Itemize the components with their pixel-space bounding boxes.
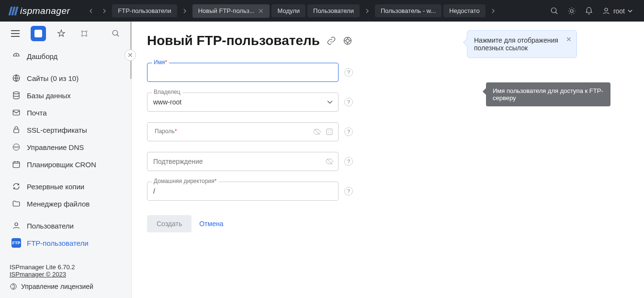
owner-help-button[interactable]: ? xyxy=(344,98,353,106)
sidebar-item-cron[interactable]: Планировщик CRON xyxy=(0,156,131,173)
sidebar-item-label: Управление DNS xyxy=(27,143,84,151)
name-label: Имя* xyxy=(152,59,169,66)
dns-icon: DNS xyxy=(11,142,21,152)
owner-select[interactable]: www-root xyxy=(147,92,339,112)
list-view-button[interactable] xyxy=(31,26,46,41)
sidebar-toolbar xyxy=(0,22,131,46)
svg-point-24 xyxy=(330,133,331,134)
homedir-help-button[interactable]: ? xyxy=(344,187,353,195)
chevron-right-icon xyxy=(102,9,107,13)
ftp-user-form: Имя* ? Владелец www-root ? xyxy=(147,63,353,232)
tab-next-small-button[interactable] xyxy=(99,5,110,17)
theme-icon[interactable] xyxy=(567,7,576,15)
user-icon xyxy=(602,7,610,15)
cancel-button[interactable]: Отмена xyxy=(199,220,223,228)
tab-sep xyxy=(179,5,191,17)
generate-icon[interactable] xyxy=(325,127,334,136)
form-actions: Создать Отмена xyxy=(147,215,353,232)
sidebar-item-sites[interactable]: Сайты (0 из 10) xyxy=(0,69,131,87)
apps-button[interactable] xyxy=(77,26,92,41)
star-icon xyxy=(57,29,66,38)
tab-label: Модули xyxy=(277,7,300,14)
sidebar-menu: Дашборд Сайты (0 из 10) Базы данных Почт… xyxy=(0,46,131,255)
search-icon[interactable] xyxy=(550,7,559,15)
hint-callout: Нажмите для отображения полезных ссылок … xyxy=(467,30,577,58)
svg-point-5 xyxy=(86,31,87,32)
link-icon[interactable] xyxy=(327,36,336,46)
tab-ftp-users[interactable]: FTP-пользователи xyxy=(112,4,177,17)
content: Новый FTP-пользователь Нажмите для отобр… xyxy=(132,22,644,298)
svg-point-2 xyxy=(605,8,608,11)
name-help-button[interactable]: ? xyxy=(344,68,353,77)
tab-users[interactable]: Пользователи xyxy=(307,4,360,17)
tab-new-ftp-user[interactable]: Новый FTP-польз... ✕ xyxy=(192,4,270,18)
tab-prev-button[interactable] xyxy=(85,5,97,17)
name-field[interactable] xyxy=(147,63,339,82)
topbar-actions: root xyxy=(550,7,640,15)
topbar: ispmanager FTP-пользователи Новый FTP-по… xyxy=(0,0,644,22)
page-title: Новый FTP-пользователь xyxy=(147,33,320,48)
mail-icon xyxy=(11,108,21,117)
eye-icon[interactable] xyxy=(313,127,321,136)
user-menu[interactable]: root xyxy=(602,7,633,15)
folder-icon xyxy=(11,199,21,208)
callout-close-button[interactable]: ✕ xyxy=(566,35,572,43)
tab-sep2 xyxy=(362,5,373,17)
eye-icon[interactable] xyxy=(325,157,334,166)
sidebar-item-backup[interactable]: Резервные копии xyxy=(0,178,131,195)
confirm-field[interactable] xyxy=(147,152,339,171)
tab-close-button[interactable]: ✕ xyxy=(258,7,264,15)
svg-point-23 xyxy=(328,133,329,134)
tab-user-detail[interactable]: Пользователь - w... xyxy=(375,4,441,17)
sidebar-item-dashboard[interactable]: Дашборд xyxy=(0,47,131,65)
sidebar-collapse-button[interactable]: ✕ xyxy=(124,49,136,61)
refresh-icon xyxy=(11,182,21,191)
sidebar-item-label: Почта xyxy=(27,109,47,117)
sidebar-item-databases[interactable]: Базы данных xyxy=(0,87,131,104)
globe-icon xyxy=(11,73,21,83)
sidebar-item-ftp-users[interactable]: FTP FTP-пользователи xyxy=(0,234,131,252)
chevron-right-icon xyxy=(365,9,370,13)
bell-icon[interactable] xyxy=(585,7,593,15)
menu-toggle-button[interactable] xyxy=(8,26,23,41)
homedir-field[interactable] xyxy=(147,182,339,201)
svg-rect-15 xyxy=(13,162,20,168)
logo[interactable]: ispmanager xyxy=(4,6,76,16)
svg-rect-11 xyxy=(13,110,20,115)
svg-point-16 xyxy=(15,223,18,226)
apps-icon xyxy=(80,29,89,38)
password-help-button[interactable]: ? xyxy=(344,127,353,136)
license-label: Управление лицензией xyxy=(21,283,93,290)
tab-label: Новый FTP-польз... xyxy=(198,7,255,14)
tab-modules[interactable]: Модули xyxy=(271,4,305,17)
owner-label: Владелец xyxy=(152,89,182,95)
chevron-right-icon xyxy=(491,9,496,13)
tab-next-button[interactable] xyxy=(487,5,499,17)
sidebar-item-mail[interactable]: Почта xyxy=(0,104,131,121)
field-tooltip: Имя пользователя для доступа к FTP-серве… xyxy=(486,82,610,106)
favorites-button[interactable] xyxy=(54,26,69,41)
search-icon xyxy=(112,29,120,38)
copyright-link[interactable]: ISPmanager © 2023 xyxy=(10,271,66,278)
license-link[interactable]: Управление лицензией xyxy=(10,283,122,290)
svg-point-0 xyxy=(551,8,556,13)
svg-point-6 xyxy=(81,35,83,36)
tab-insufficient[interactable]: Недостато xyxy=(443,4,485,17)
sidebar-item-label: Планировщик CRON xyxy=(27,160,96,169)
sidebar-item-ssl[interactable]: SSL-сертификаты xyxy=(0,121,131,138)
svg-point-7 xyxy=(86,35,87,36)
svg-rect-12 xyxy=(14,129,19,133)
sidebar-item-users[interactable]: Пользователи xyxy=(0,217,131,234)
user-icon xyxy=(11,221,21,230)
version-text: ISPmanager Lite 6.70.2 xyxy=(10,264,122,271)
create-button[interactable]: Создать xyxy=(147,215,192,232)
sidebar-item-label: SSL-сертификаты xyxy=(27,126,87,134)
tabs: FTP-пользователи Новый FTP-польз... ✕ Мо… xyxy=(85,4,550,18)
dashboard-icon xyxy=(11,51,21,61)
sidebar-search-button[interactable] xyxy=(108,26,124,41)
confirm-help-button[interactable]: ? xyxy=(344,157,353,166)
sidebar-item-dns[interactable]: DNS Управление DNS xyxy=(0,138,131,156)
sidebar-item-label: Дашборд xyxy=(27,52,57,60)
sidebar-item-files[interactable]: Менеджер файлов xyxy=(0,195,131,212)
help-icon[interactable] xyxy=(343,36,352,46)
